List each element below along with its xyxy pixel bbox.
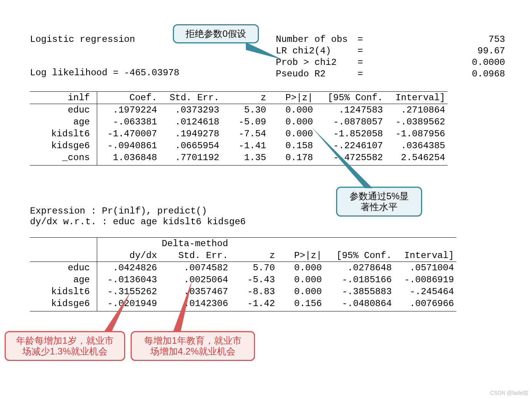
callout-significance: 参数通过5%显 著性水平 (336, 187, 422, 217)
depvar: inlf (30, 92, 97, 104)
log-likelihood: Log likelihood = -465.03978 (30, 68, 179, 78)
stat-pseudor2: Pseudo R2 = 0.0968 (276, 68, 509, 80)
stat-probchi2: Prob > chi2 = 0.0000 (276, 57, 509, 68)
table-row: educ.1979224.03732935.300.000.1247583.27… (30, 104, 447, 116)
dydx-wrt-line: dy/dx w.r.t. : educ age kidslt6 kidsge6 (30, 217, 246, 227)
table-row: kidslt6-1.470007.1949278-7.540.000-1.852… (30, 128, 447, 140)
table-row: age-.063381.0124618-5.090.000-.0878057-.… (30, 116, 447, 128)
coef-table: inlf Coef. Std. Err. z P>|z| [95% Conf. … (30, 91, 447, 166)
table-row: kidsge6-.0940861.0665954-1.410.158-.2246… (30, 140, 447, 152)
table-row: age-.0136043.0025064-5.430.000-.0185166-… (30, 274, 456, 286)
stat-nobs: Number of obs = 753 (276, 34, 509, 45)
table-row: kidslt6-.3155262.0357467-8.830.000-.3855… (30, 286, 456, 298)
table-row: kidsge6-.0201949.0142306-1.420.156-.0480… (30, 298, 456, 311)
table-row: _cons1.036848.77011921.350.178-.47255822… (30, 152, 447, 166)
callout-age-effect: 年龄每增加1岁，就业市 场减少1.3%就业机会 (5, 331, 125, 361)
expression-line: Expression : Pr(inlf), predict() (30, 206, 246, 217)
delta-method-label: Delta-method (159, 238, 230, 250)
callout-reject-null: 拒绝参数0假设 (173, 24, 259, 43)
callout-educ-effect: 每增加1年教育，就业市 场增加4.2%就业机会 (131, 331, 255, 361)
stat-lrchi2: LR chi2(4) = 99.67 (276, 45, 509, 57)
marginal-effects-table: Delta-method dy/dx Std. Err. z P>|z| [95… (30, 237, 456, 311)
table-row: educ.0424826.00745825.700.000.0278648.05… (30, 262, 456, 274)
watermark: CSDN @fade猫 (490, 390, 528, 397)
margins-expression: Expression : Pr(inlf), predict() dy/dx w… (30, 206, 246, 227)
